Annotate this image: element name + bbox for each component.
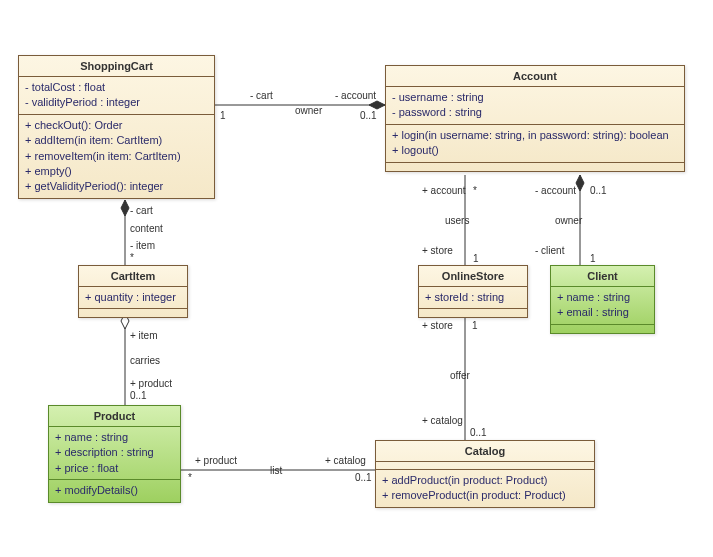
class-product: Product + name : string + description : … xyxy=(48,405,181,503)
class-onlinestore: OnlineStore + storeId : string xyxy=(418,265,528,318)
empty-section xyxy=(376,462,594,470)
op: + login(in username: string, in password… xyxy=(392,128,678,143)
op: + empty() xyxy=(25,164,208,179)
assoc-label: offer xyxy=(450,370,470,381)
svg-marker-3 xyxy=(121,200,129,216)
svg-marker-1 xyxy=(369,101,385,109)
class-title: OnlineStore xyxy=(419,266,527,287)
role-label: + account xyxy=(422,185,466,196)
mult-label: 0..1 xyxy=(355,472,372,483)
attr: - totalCost : float xyxy=(25,80,208,95)
empty-section xyxy=(79,309,187,317)
mult-label: * xyxy=(188,472,192,483)
attr: - username : string xyxy=(392,90,678,105)
op: + addProduct(in product: Product) xyxy=(382,473,588,488)
class-title: ShoppingCart xyxy=(19,56,214,77)
mult-label: 1 xyxy=(472,320,478,331)
mult-label: 0..1 xyxy=(360,110,377,121)
role-label: + product xyxy=(130,378,172,389)
attrs-section: + name : string + email : string xyxy=(551,287,654,325)
attr: - password : string xyxy=(392,105,678,120)
role-label: - account xyxy=(535,185,576,196)
role-label: - item xyxy=(130,240,155,251)
empty-section xyxy=(551,325,654,333)
attr: + name : string xyxy=(557,290,648,305)
class-title: Catalog xyxy=(376,441,594,462)
attrs-section: + storeId : string xyxy=(419,287,527,309)
attrs-section: + name : string + description : string +… xyxy=(49,427,180,480)
op: + modifyDetails() xyxy=(55,483,174,498)
class-cartitem: CartItem + quantity : integer xyxy=(78,265,188,318)
class-title: Product xyxy=(49,406,180,427)
role-label: + store xyxy=(422,320,453,331)
mult-label: * xyxy=(130,252,134,263)
class-title: Client xyxy=(551,266,654,287)
ops-section: + login(in username: string, in password… xyxy=(386,125,684,163)
role-label: - cart xyxy=(250,90,273,101)
mult-label: 0..1 xyxy=(470,427,487,438)
attr: + name : string xyxy=(55,430,174,445)
attrs-section: - username : string - password : string xyxy=(386,87,684,125)
role-label: + product xyxy=(195,455,237,466)
empty-section xyxy=(419,309,527,317)
attr: + email : string xyxy=(557,305,648,320)
role-label: + store xyxy=(422,245,453,256)
attr: + quantity : integer xyxy=(85,290,181,305)
mult-label: 1 xyxy=(590,253,596,264)
attrs-section: + quantity : integer xyxy=(79,287,187,309)
role-label: + catalog xyxy=(422,415,463,426)
svg-marker-8 xyxy=(576,175,584,191)
assoc-label: users xyxy=(445,215,469,226)
mult-label: * xyxy=(473,185,477,196)
role-label: - account xyxy=(335,90,376,101)
class-shoppingcart: ShoppingCart - totalCost : float - valid… xyxy=(18,55,215,199)
role-label: + catalog xyxy=(325,455,366,466)
attr: + price : float xyxy=(55,461,174,476)
mult-label: 1 xyxy=(220,110,226,121)
role-label: + item xyxy=(130,330,158,341)
class-client: Client + name : string + email : string xyxy=(550,265,655,334)
empty-section xyxy=(386,163,684,171)
class-title: CartItem xyxy=(79,266,187,287)
assoc-label: content xyxy=(130,223,163,234)
op: + removeItem(in item: CartItem) xyxy=(25,149,208,164)
class-title: Account xyxy=(386,66,684,87)
op: + addItem(in item: CartItem) xyxy=(25,133,208,148)
assoc-label: owner xyxy=(295,105,322,116)
class-catalog: Catalog + addProduct(in product: Product… xyxy=(375,440,595,508)
assoc-label: carries xyxy=(130,355,160,366)
assoc-label: list xyxy=(270,465,282,476)
role-label: - client xyxy=(535,245,564,256)
ops-section: + modifyDetails() xyxy=(49,480,180,501)
attr: + storeId : string xyxy=(425,290,521,305)
mult-label: 0..1 xyxy=(590,185,607,196)
mult-label: 0..1 xyxy=(130,390,147,401)
ops-section: + checkOut(): Order + addItem(in item: C… xyxy=(19,115,214,198)
role-label: - cart xyxy=(130,205,153,216)
class-account: Account - username : string - password :… xyxy=(385,65,685,172)
assoc-label: owner xyxy=(555,215,582,226)
attrs-section: - totalCost : float - validityPeriod : i… xyxy=(19,77,214,115)
op: + getValidityPeriod(): integer xyxy=(25,179,208,194)
mult-label: 1 xyxy=(473,253,479,264)
ops-section: + addProduct(in product: Product) + remo… xyxy=(376,470,594,507)
attr: - validityPeriod : integer xyxy=(25,95,208,110)
op: + logout() xyxy=(392,143,678,158)
op: + removeProduct(in product: Product) xyxy=(382,488,588,503)
op: + checkOut(): Order xyxy=(25,118,208,133)
attr: + description : string xyxy=(55,445,174,460)
